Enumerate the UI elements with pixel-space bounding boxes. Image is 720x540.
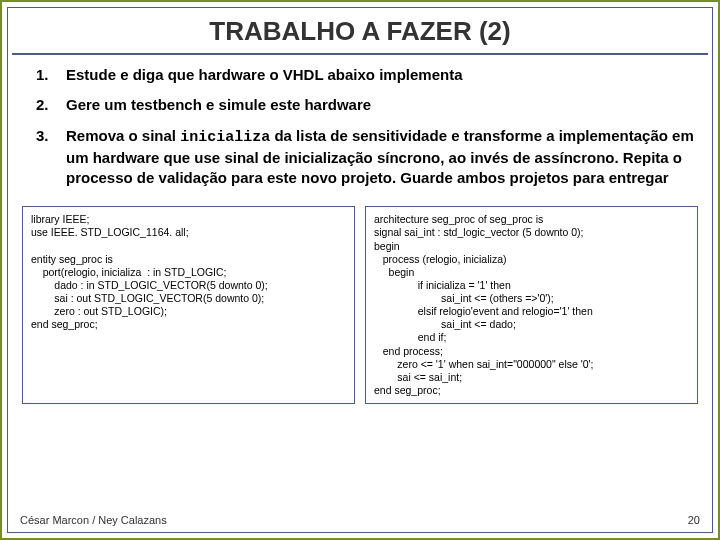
slide: TRABALHO A FAZER (2) 1. Estude e diga qu… xyxy=(0,0,720,540)
slide-footer: César Marcon / Ney Calazans 20 xyxy=(20,514,700,526)
slide-title: TRABALHO A FAZER (2) xyxy=(8,8,712,53)
list-item: 1. Estude e diga que hardware o VHDL aba… xyxy=(36,65,694,85)
slide-inner: TRABALHO A FAZER (2) 1. Estude e diga qu… xyxy=(7,7,713,533)
footer-authors: César Marcon / Ney Calazans xyxy=(20,514,167,526)
item-number: 1. xyxy=(36,65,58,85)
item-number: 2. xyxy=(36,95,58,115)
item-text-part: Remova o sinal xyxy=(66,127,180,144)
list-item: 3. Remova o sinal inicializa da lista de… xyxy=(36,126,694,189)
task-list: 1. Estude e diga que hardware o VHDL aba… xyxy=(8,55,712,202)
code-columns: library IEEE; use IEEE. STD_LOGIC_1164. … xyxy=(8,202,712,404)
item-text: Remova o sinal inicializa da lista de se… xyxy=(58,126,694,189)
item-text: Estude e diga que hardware o VHDL abaixo… xyxy=(58,65,694,85)
inline-code: inicializa xyxy=(180,129,270,146)
item-text: Gere um testbench e simule este hardware xyxy=(58,95,694,115)
code-box-left: library IEEE; use IEEE. STD_LOGIC_1164. … xyxy=(22,206,355,404)
list-item: 2. Gere um testbench e simule este hardw… xyxy=(36,95,694,115)
page-number: 20 xyxy=(688,514,700,526)
code-box-right: architecture seg_proc of seg_proc is sig… xyxy=(365,206,698,404)
item-number: 3. xyxy=(36,126,58,189)
